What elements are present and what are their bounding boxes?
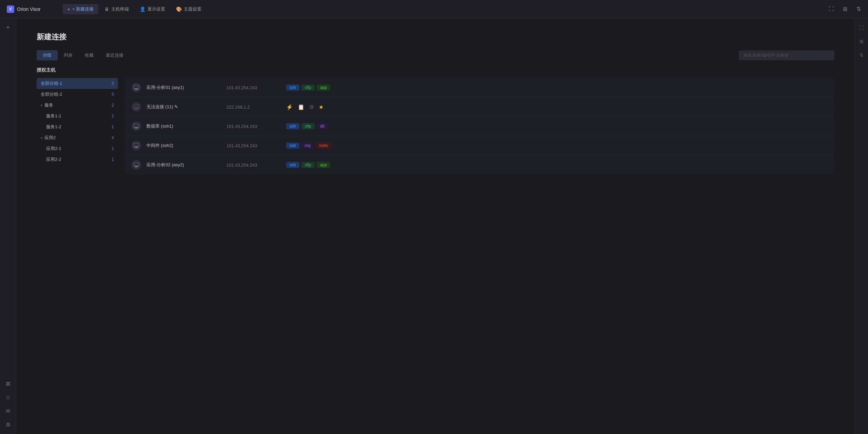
host-name: 中间件 (ssh2) xyxy=(146,143,221,149)
nav-new-connection[interactable]: + + 新建连接 xyxy=(63,4,98,14)
svg-rect-3 xyxy=(134,105,139,108)
page-title: 新建连接 xyxy=(37,32,834,42)
group-item-service-1-1[interactable]: 服务1-1 1 xyxy=(37,111,118,121)
group-item-service-1-2[interactable]: 服务1-2 1 xyxy=(37,121,118,132)
plus-icon: + xyxy=(67,6,70,12)
collapse-button[interactable]: ⇅ xyxy=(853,4,864,15)
logo-icon: V xyxy=(7,5,14,13)
group-item-app2[interactable]: ▾ 应用2 4 xyxy=(37,132,118,143)
group-label: 应用2-2 xyxy=(46,156,61,163)
group-item-service[interactable]: ▾ 服务 2 xyxy=(37,100,118,111)
host-actions: ⚡ 📋 ⚙ ★ xyxy=(286,104,323,110)
group-label: 服务1-1 xyxy=(46,113,61,119)
host-tags: ssh mq redis xyxy=(286,143,827,149)
group-count: 1 xyxy=(112,114,114,118)
tab-group: 分组 列表 收藏 最近连接 xyxy=(37,50,130,60)
host-name: 数据库 (ssh1) xyxy=(146,123,221,129)
nav-display-settings[interactable]: 👤 显示设置 xyxy=(135,4,170,14)
tab-favorites[interactable]: 收藏 xyxy=(79,50,100,60)
lightning-icon[interactable]: ⚡ xyxy=(286,104,293,110)
content-area: 新建连接 分组 列表 收藏 最近连接 授权主机 全部分组-1 5 xyxy=(16,18,854,434)
right-panel-grid-btn[interactable]: ⊞ xyxy=(856,36,867,47)
chevron-down-icon: ▾ xyxy=(41,103,42,107)
nav-theme-settings[interactable]: 🎨 主题设置 xyxy=(171,4,206,14)
tag-sftp[interactable]: sftp xyxy=(301,84,315,91)
host-row: 中间件 (ssh2) 101.43.254.243 ssh mq redis xyxy=(125,136,834,155)
nav-host-terminal[interactable]: 🖥 主机终端 xyxy=(100,4,134,14)
group-count: 4 xyxy=(112,135,114,140)
tag-ssh[interactable]: ssh xyxy=(286,123,299,129)
host-tags: ssh sftp db xyxy=(286,123,827,129)
body-layout: 全部分组-1 5 全部分组-2 5 ▾ 服务 2 xyxy=(37,78,834,174)
group-count: 1 xyxy=(112,146,114,151)
tag-mq[interactable]: mq xyxy=(301,143,314,149)
host-ip: 101.43.254.243 xyxy=(226,85,281,90)
tag-redis[interactable]: redis xyxy=(316,143,331,149)
group-item-all-1[interactable]: 全部分组-1 5 xyxy=(37,78,118,89)
nav-host-terminal-label: 主机终端 xyxy=(111,6,129,12)
tag-sftp[interactable]: sftp xyxy=(301,123,315,129)
tag-app[interactable]: app xyxy=(317,84,330,91)
tag-ssh[interactable]: ssh xyxy=(286,84,299,91)
topbar: V Orion Visor + + 新建连接 🖥 主机终端 👤 显示设置 🎨 主… xyxy=(0,0,868,18)
host-row: 应用-分析01 (asy1) 101.43.254.243 ssh sftp a… xyxy=(125,78,834,97)
group-label: 服务 xyxy=(44,102,53,108)
tag-db[interactable]: db xyxy=(317,123,328,129)
host-name: 应用-分析01 (asy1) xyxy=(146,84,221,91)
app-logo: V Orion Visor xyxy=(0,5,63,13)
terminal-icon: 🖥 xyxy=(104,6,109,12)
host-icon xyxy=(132,121,141,131)
sidebar-alerts-icon[interactable]: ✉ xyxy=(3,405,14,416)
topbar-nav: + + 新建连接 🖥 主机终端 👤 显示设置 🎨 主题设置 xyxy=(63,4,206,14)
host-ip: 101.43.254.243 xyxy=(226,143,281,148)
sidebar-user-icon[interactable]: ☺ xyxy=(3,392,14,403)
tag-ssh[interactable]: ssh xyxy=(286,162,299,168)
host-icon xyxy=(132,141,141,150)
theme-icon: 🎨 xyxy=(176,6,182,12)
app-title: Orion Visor xyxy=(17,6,41,12)
host-icon xyxy=(132,160,141,170)
clipboard-icon[interactable]: 📋 xyxy=(298,104,304,110)
nav-display-label: 显示设置 xyxy=(147,6,165,12)
group-label: 应用2-1 xyxy=(46,146,61,152)
sidebar-add-button[interactable]: + xyxy=(3,22,13,33)
tabs-row: 分组 列表 收藏 最近连接 xyxy=(37,50,834,60)
nav-theme-label: 主题设置 xyxy=(184,6,201,12)
tab-recent[interactable]: 最近连接 xyxy=(100,50,130,60)
left-sidebar: + ⌘ ☺ ✉ ⚙ xyxy=(0,18,16,434)
group-panel: 全部分组-1 5 全部分组-2 5 ▾ 服务 2 xyxy=(37,78,118,174)
sidebar-shortcuts-icon[interactable]: ⌘ xyxy=(3,378,14,389)
settings-icon[interactable]: ⚙ xyxy=(309,104,314,110)
group-count: 5 xyxy=(112,81,114,86)
svg-rect-0 xyxy=(134,85,139,89)
tag-sftp[interactable]: sftp xyxy=(301,162,315,168)
star-icon[interactable]: ★ xyxy=(319,104,323,110)
expand-button[interactable]: ⊞ xyxy=(840,4,850,15)
sidebar-settings-icon[interactable]: ⚙ xyxy=(3,419,14,430)
host-name: 应用-分析02 (asy2) xyxy=(146,162,221,168)
svg-rect-9 xyxy=(134,143,139,147)
search-input[interactable] xyxy=(739,51,834,60)
group-count: 5 xyxy=(112,92,114,97)
group-item-app2-1[interactable]: 应用2-1 1 xyxy=(37,143,118,154)
tab-groups[interactable]: 分组 xyxy=(37,50,58,60)
group-count: 1 xyxy=(112,125,114,129)
host-row-offline: 无法连接 (11) ✎ 222.168.1.2 ⚡ 📋 ⚙ ★ xyxy=(125,97,834,117)
group-label: 全部分组-2 xyxy=(41,91,62,97)
tag-ssh[interactable]: ssh xyxy=(286,143,299,149)
group-count: 2 xyxy=(112,103,114,108)
right-panel-expand-btn[interactable]: ⛶ xyxy=(856,22,867,33)
fullscreen-button[interactable]: ⛶ xyxy=(826,4,837,15)
host-panel: 应用-分析01 (asy1) 101.43.254.243 ssh sftp a… xyxy=(125,78,834,174)
host-ip: 101.43.254.243 xyxy=(226,124,281,129)
group-item-all-2[interactable]: 全部分组-2 5 xyxy=(37,89,118,100)
tab-list[interactable]: 列表 xyxy=(58,50,79,60)
section-title: 授权主机 xyxy=(37,67,834,73)
right-panel-sort-btn[interactable]: ⇅ xyxy=(856,50,867,60)
tag-app[interactable]: app xyxy=(317,162,330,168)
group-label: 应用2 xyxy=(44,135,56,141)
group-item-app2-2[interactable]: 应用2-2 1 xyxy=(37,154,118,165)
host-icon xyxy=(132,83,141,92)
group-label: 全部分组-1 xyxy=(41,80,62,87)
host-tags: ssh sftp app xyxy=(286,84,827,91)
